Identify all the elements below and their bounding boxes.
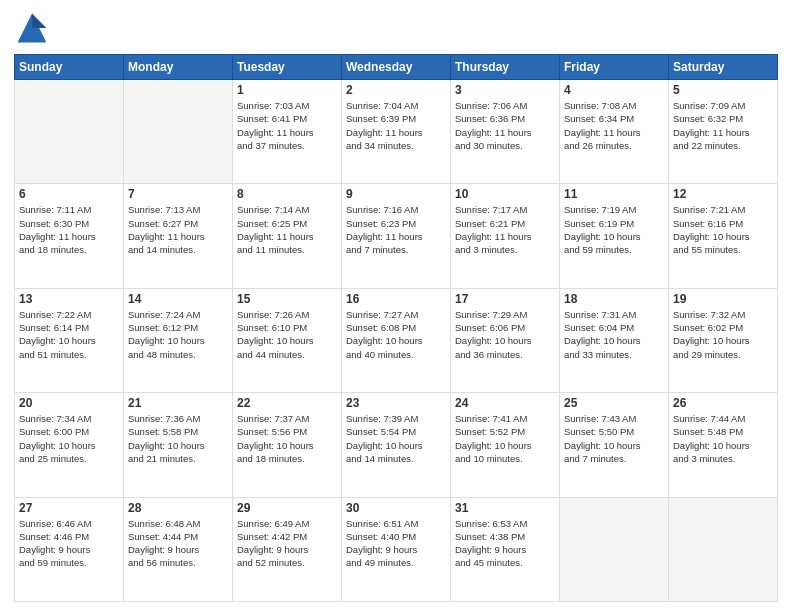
day-info: Sunrise: 7:22 AM Sunset: 6:14 PM Dayligh…	[19, 308, 119, 361]
day-info: Sunrise: 7:43 AM Sunset: 5:50 PM Dayligh…	[564, 412, 664, 465]
table-row: 29Sunrise: 6:49 AM Sunset: 4:42 PM Dayli…	[233, 497, 342, 601]
table-row	[669, 497, 778, 601]
table-row: 9Sunrise: 7:16 AM Sunset: 6:23 PM Daylig…	[342, 184, 451, 288]
table-row: 7Sunrise: 7:13 AM Sunset: 6:27 PM Daylig…	[124, 184, 233, 288]
table-row: 13Sunrise: 7:22 AM Sunset: 6:14 PM Dayli…	[15, 288, 124, 392]
day-number: 23	[346, 396, 446, 410]
day-number: 21	[128, 396, 228, 410]
day-info: Sunrise: 7:29 AM Sunset: 6:06 PM Dayligh…	[455, 308, 555, 361]
day-info: Sunrise: 6:49 AM Sunset: 4:42 PM Dayligh…	[237, 517, 337, 570]
table-row: 19Sunrise: 7:32 AM Sunset: 6:02 PM Dayli…	[669, 288, 778, 392]
table-row: 22Sunrise: 7:37 AM Sunset: 5:56 PM Dayli…	[233, 393, 342, 497]
day-info: Sunrise: 7:13 AM Sunset: 6:27 PM Dayligh…	[128, 203, 228, 256]
day-number: 7	[128, 187, 228, 201]
day-info: Sunrise: 7:34 AM Sunset: 6:00 PM Dayligh…	[19, 412, 119, 465]
table-row: 8Sunrise: 7:14 AM Sunset: 6:25 PM Daylig…	[233, 184, 342, 288]
col-monday: Monday	[124, 55, 233, 80]
table-row: 20Sunrise: 7:34 AM Sunset: 6:00 PM Dayli…	[15, 393, 124, 497]
day-number: 8	[237, 187, 337, 201]
day-number: 2	[346, 83, 446, 97]
calendar-week-row: 27Sunrise: 6:46 AM Sunset: 4:46 PM Dayli…	[15, 497, 778, 601]
day-number: 13	[19, 292, 119, 306]
day-info: Sunrise: 7:14 AM Sunset: 6:25 PM Dayligh…	[237, 203, 337, 256]
calendar-week-row: 20Sunrise: 7:34 AM Sunset: 6:00 PM Dayli…	[15, 393, 778, 497]
day-number: 17	[455, 292, 555, 306]
day-info: Sunrise: 7:27 AM Sunset: 6:08 PM Dayligh…	[346, 308, 446, 361]
day-number: 26	[673, 396, 773, 410]
table-row: 3Sunrise: 7:06 AM Sunset: 6:36 PM Daylig…	[451, 80, 560, 184]
day-number: 10	[455, 187, 555, 201]
day-number: 25	[564, 396, 664, 410]
calendar-table: Sunday Monday Tuesday Wednesday Thursday…	[14, 54, 778, 602]
day-info: Sunrise: 7:06 AM Sunset: 6:36 PM Dayligh…	[455, 99, 555, 152]
calendar-header-row: Sunday Monday Tuesday Wednesday Thursday…	[15, 55, 778, 80]
table-row: 15Sunrise: 7:26 AM Sunset: 6:10 PM Dayli…	[233, 288, 342, 392]
col-wednesday: Wednesday	[342, 55, 451, 80]
day-info: Sunrise: 7:44 AM Sunset: 5:48 PM Dayligh…	[673, 412, 773, 465]
day-info: Sunrise: 7:04 AM Sunset: 6:39 PM Dayligh…	[346, 99, 446, 152]
day-number: 24	[455, 396, 555, 410]
table-row: 12Sunrise: 7:21 AM Sunset: 6:16 PM Dayli…	[669, 184, 778, 288]
day-number: 11	[564, 187, 664, 201]
day-number: 29	[237, 501, 337, 515]
table-row: 25Sunrise: 7:43 AM Sunset: 5:50 PM Dayli…	[560, 393, 669, 497]
day-info: Sunrise: 7:21 AM Sunset: 6:16 PM Dayligh…	[673, 203, 773, 256]
table-row: 23Sunrise: 7:39 AM Sunset: 5:54 PM Dayli…	[342, 393, 451, 497]
table-row: 21Sunrise: 7:36 AM Sunset: 5:58 PM Dayli…	[124, 393, 233, 497]
day-number: 20	[19, 396, 119, 410]
day-info: Sunrise: 6:51 AM Sunset: 4:40 PM Dayligh…	[346, 517, 446, 570]
day-info: Sunrise: 7:32 AM Sunset: 6:02 PM Dayligh…	[673, 308, 773, 361]
day-number: 27	[19, 501, 119, 515]
day-number: 16	[346, 292, 446, 306]
day-number: 3	[455, 83, 555, 97]
calendar-week-row: 1Sunrise: 7:03 AM Sunset: 6:41 PM Daylig…	[15, 80, 778, 184]
header	[14, 10, 778, 46]
day-info: Sunrise: 7:03 AM Sunset: 6:41 PM Dayligh…	[237, 99, 337, 152]
calendar-week-row: 13Sunrise: 7:22 AM Sunset: 6:14 PM Dayli…	[15, 288, 778, 392]
day-info: Sunrise: 7:26 AM Sunset: 6:10 PM Dayligh…	[237, 308, 337, 361]
col-tuesday: Tuesday	[233, 55, 342, 80]
table-row: 26Sunrise: 7:44 AM Sunset: 5:48 PM Dayli…	[669, 393, 778, 497]
page: Sunday Monday Tuesday Wednesday Thursday…	[0, 0, 792, 612]
col-sunday: Sunday	[15, 55, 124, 80]
day-info: Sunrise: 7:37 AM Sunset: 5:56 PM Dayligh…	[237, 412, 337, 465]
day-info: Sunrise: 7:16 AM Sunset: 6:23 PM Dayligh…	[346, 203, 446, 256]
table-row: 24Sunrise: 7:41 AM Sunset: 5:52 PM Dayli…	[451, 393, 560, 497]
day-number: 30	[346, 501, 446, 515]
table-row: 4Sunrise: 7:08 AM Sunset: 6:34 PM Daylig…	[560, 80, 669, 184]
logo	[14, 10, 54, 46]
day-info: Sunrise: 6:53 AM Sunset: 4:38 PM Dayligh…	[455, 517, 555, 570]
table-row	[124, 80, 233, 184]
day-info: Sunrise: 7:41 AM Sunset: 5:52 PM Dayligh…	[455, 412, 555, 465]
day-number: 22	[237, 396, 337, 410]
day-number: 4	[564, 83, 664, 97]
day-info: Sunrise: 7:39 AM Sunset: 5:54 PM Dayligh…	[346, 412, 446, 465]
day-number: 1	[237, 83, 337, 97]
day-number: 12	[673, 187, 773, 201]
day-info: Sunrise: 7:09 AM Sunset: 6:32 PM Dayligh…	[673, 99, 773, 152]
day-info: Sunrise: 6:48 AM Sunset: 4:44 PM Dayligh…	[128, 517, 228, 570]
day-number: 15	[237, 292, 337, 306]
table-row: 31Sunrise: 6:53 AM Sunset: 4:38 PM Dayli…	[451, 497, 560, 601]
table-row: 18Sunrise: 7:31 AM Sunset: 6:04 PM Dayli…	[560, 288, 669, 392]
day-number: 28	[128, 501, 228, 515]
day-number: 18	[564, 292, 664, 306]
day-info: Sunrise: 7:31 AM Sunset: 6:04 PM Dayligh…	[564, 308, 664, 361]
table-row: 1Sunrise: 7:03 AM Sunset: 6:41 PM Daylig…	[233, 80, 342, 184]
day-number: 19	[673, 292, 773, 306]
table-row: 27Sunrise: 6:46 AM Sunset: 4:46 PM Dayli…	[15, 497, 124, 601]
table-row: 17Sunrise: 7:29 AM Sunset: 6:06 PM Dayli…	[451, 288, 560, 392]
table-row: 28Sunrise: 6:48 AM Sunset: 4:44 PM Dayli…	[124, 497, 233, 601]
col-friday: Friday	[560, 55, 669, 80]
day-info: Sunrise: 7:24 AM Sunset: 6:12 PM Dayligh…	[128, 308, 228, 361]
calendar-week-row: 6Sunrise: 7:11 AM Sunset: 6:30 PM Daylig…	[15, 184, 778, 288]
table-row: 6Sunrise: 7:11 AM Sunset: 6:30 PM Daylig…	[15, 184, 124, 288]
logo-icon	[14, 10, 50, 46]
table-row: 16Sunrise: 7:27 AM Sunset: 6:08 PM Dayli…	[342, 288, 451, 392]
table-row: 10Sunrise: 7:17 AM Sunset: 6:21 PM Dayli…	[451, 184, 560, 288]
day-info: Sunrise: 7:08 AM Sunset: 6:34 PM Dayligh…	[564, 99, 664, 152]
col-thursday: Thursday	[451, 55, 560, 80]
day-number: 31	[455, 501, 555, 515]
table-row	[560, 497, 669, 601]
day-info: Sunrise: 7:19 AM Sunset: 6:19 PM Dayligh…	[564, 203, 664, 256]
